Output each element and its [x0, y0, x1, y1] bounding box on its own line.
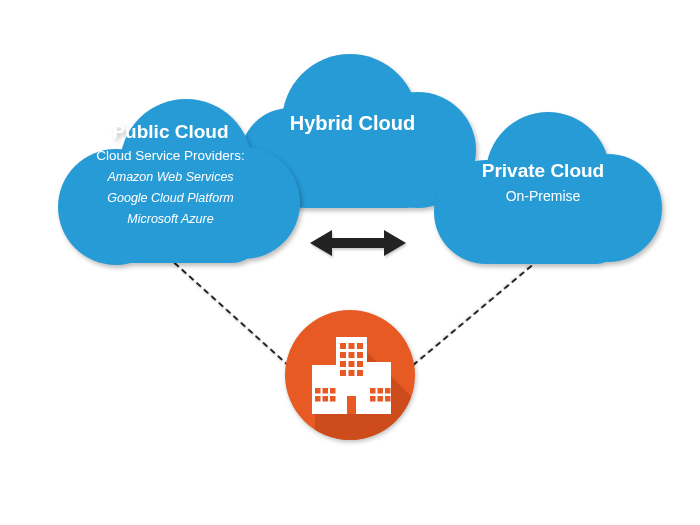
svg-rect-22 [349, 343, 355, 349]
svg-rect-7 [93, 213, 258, 263]
building-icon [285, 310, 415, 440]
svg-rect-35 [323, 388, 329, 394]
svg-rect-29 [357, 361, 363, 367]
svg-rect-42 [385, 388, 391, 394]
svg-rect-38 [323, 396, 329, 402]
svg-rect-45 [385, 396, 391, 402]
svg-rect-28 [349, 361, 355, 367]
svg-rect-34 [315, 388, 321, 394]
private-cloud: Private Cloud On-Premise [418, 108, 668, 268]
svg-rect-24 [340, 352, 346, 358]
svg-rect-44 [378, 396, 384, 402]
svg-rect-33 [347, 396, 356, 414]
public-cloud: Public Cloud Cloud Service Providers: Am… [38, 95, 303, 270]
svg-marker-14 [384, 230, 406, 256]
svg-rect-27 [340, 361, 346, 367]
svg-rect-21 [340, 343, 346, 349]
svg-rect-26 [357, 352, 363, 358]
svg-rect-11 [470, 216, 620, 264]
svg-rect-31 [349, 370, 355, 376]
svg-rect-39 [330, 396, 336, 402]
svg-rect-23 [357, 343, 363, 349]
svg-rect-40 [370, 388, 376, 394]
svg-rect-13 [330, 238, 386, 248]
svg-rect-43 [370, 396, 376, 402]
svg-rect-41 [378, 388, 384, 394]
svg-rect-25 [349, 352, 355, 358]
diagram-stage: Hybrid Cloud Public Cloud Cloud Service … [0, 0, 700, 525]
svg-marker-12 [310, 230, 332, 256]
connector-private-to-building [397, 258, 540, 378]
double-arrow-icon [310, 226, 406, 264]
svg-rect-30 [340, 370, 346, 376]
svg-rect-36 [330, 388, 336, 394]
svg-rect-37 [315, 396, 321, 402]
svg-rect-32 [357, 370, 363, 376]
